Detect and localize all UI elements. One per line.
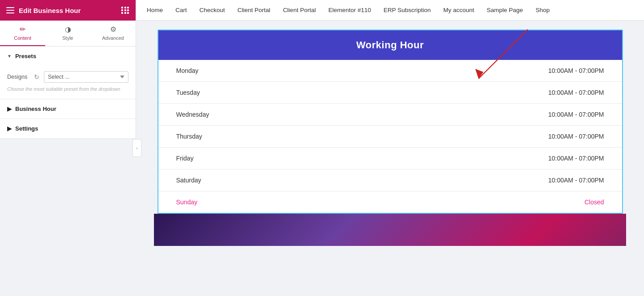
widget-header: Working Hour — [158, 30, 622, 60]
nav-client-portal-2[interactable]: Client Portal — [283, 7, 316, 13]
working-hour-widget: Working Hour Monday 10:00AM - 07:00PM Tu… — [158, 30, 623, 214]
nav-shop[interactable]: Shop — [536, 7, 550, 13]
sidebar: Edit Business Hour ✏ Content ◑ Style — [0, 0, 136, 139]
sidebar-title: Edit Business Hour — [19, 7, 81, 14]
widget-title: Working Hour — [356, 39, 424, 51]
refresh-button[interactable]: ↻ — [33, 72, 40, 81]
table-row: Monday 10:00AM - 07:00PM — [158, 60, 622, 82]
sidebar-header: Edit Business Hour — [0, 0, 136, 21]
presets-chevron: ▼ — [7, 54, 12, 59]
presets-section: ▼ Presets Designs ↻ Select ... Choose th… — [0, 47, 136, 99]
time-tuesday: 10:00AM - 07:00PM — [548, 89, 604, 96]
business-hour-section: ▶ Business Hour — [0, 99, 136, 119]
time-thursday: 10:00AM - 07:00PM — [548, 133, 604, 140]
day-friday: Friday — [176, 155, 548, 162]
grid-icon[interactable] — [121, 7, 129, 14]
sidebar-collapse-handle[interactable]: ‹ — [132, 139, 141, 157]
business-hour-chevron: ▶ — [7, 106, 12, 112]
table-row: Thursday 10:00AM - 07:00PM — [158, 126, 622, 148]
day-sunday: Sunday — [176, 199, 584, 206]
content-area: Home Cart Checkout Client Portal Client … — [136, 0, 644, 296]
nav-home[interactable]: Home — [147, 7, 163, 13]
time-monday: 10:00AM - 07:00PM — [548, 67, 604, 74]
settings-label: Settings — [15, 125, 38, 132]
tab-content[interactable]: ✏ Content — [0, 21, 45, 46]
day-tuesday: Tuesday — [176, 89, 548, 96]
designs-label: Designs — [7, 74, 30, 80]
table-row: Saturday 10:00AM - 07:00PM — [158, 169, 622, 191]
presets-hint: Choose the most suitable preset from the… — [7, 86, 128, 92]
business-hour-label: Business Hour — [15, 106, 56, 112]
bottom-preview-strip — [154, 214, 626, 246]
nav-my-account[interactable]: My account — [444, 7, 474, 13]
day-thursday: Thursday — [176, 133, 548, 140]
nav-sample-page[interactable]: Sample Page — [487, 7, 523, 13]
table-row: Friday 10:00AM - 07:00PM — [158, 148, 622, 169]
table-row: Wednesday 10:00AM - 07:00PM — [158, 104, 622, 126]
hamburger-icon[interactable] — [6, 7, 14, 13]
style-icon: ◑ — [65, 25, 71, 34]
day-saturday: Saturday — [176, 177, 548, 184]
day-monday: Monday — [176, 67, 548, 74]
presets-content: Designs ↻ Select ... Choose the most sui… — [0, 66, 136, 99]
day-wednesday: Wednesday — [176, 111, 548, 118]
table-row: Sunday Closed — [158, 191, 622, 213]
designs-select[interactable]: Select ... — [44, 71, 128, 83]
nav-checkout[interactable]: Checkout — [200, 7, 225, 13]
settings-section: ▶ Settings — [0, 119, 136, 139]
presets-label: Presets — [15, 53, 36, 59]
nav-erp[interactable]: ERP Subscription — [384, 7, 431, 13]
time-wednesday: 10:00AM - 07:00PM — [548, 111, 604, 118]
presets-header[interactable]: ▼ Presets — [0, 47, 136, 66]
nav-cart[interactable]: Cart — [175, 7, 187, 13]
nav-client-portal-1[interactable]: Client Portal — [238, 7, 271, 13]
widget-body: Monday 10:00AM - 07:00PM Tuesday 10:00AM… — [158, 60, 622, 213]
content-icon: ✏ — [20, 25, 26, 34]
nav-elementor[interactable]: Elementor #110 — [328, 7, 371, 13]
settings-chevron: ▶ — [7, 125, 12, 132]
time-sunday: Closed — [584, 199, 604, 206]
top-nav: Home Cart Checkout Client Portal Client … — [136, 0, 644, 21]
business-hour-header[interactable]: ▶ Business Hour — [0, 99, 136, 118]
time-saturday: 10:00AM - 07:00PM — [548, 177, 604, 184]
advanced-icon: ⚙ — [110, 25, 116, 34]
tab-style[interactable]: ◑ Style — [45, 21, 90, 46]
tab-advanced[interactable]: ⚙ Advanced — [90, 21, 136, 46]
table-row: Tuesday 10:00AM - 07:00PM — [158, 82, 622, 104]
settings-header[interactable]: ▶ Settings — [0, 119, 136, 138]
time-friday: 10:00AM - 07:00PM — [548, 155, 604, 162]
tab-bar: ✏ Content ◑ Style ⚙ Advanced — [0, 21, 136, 47]
